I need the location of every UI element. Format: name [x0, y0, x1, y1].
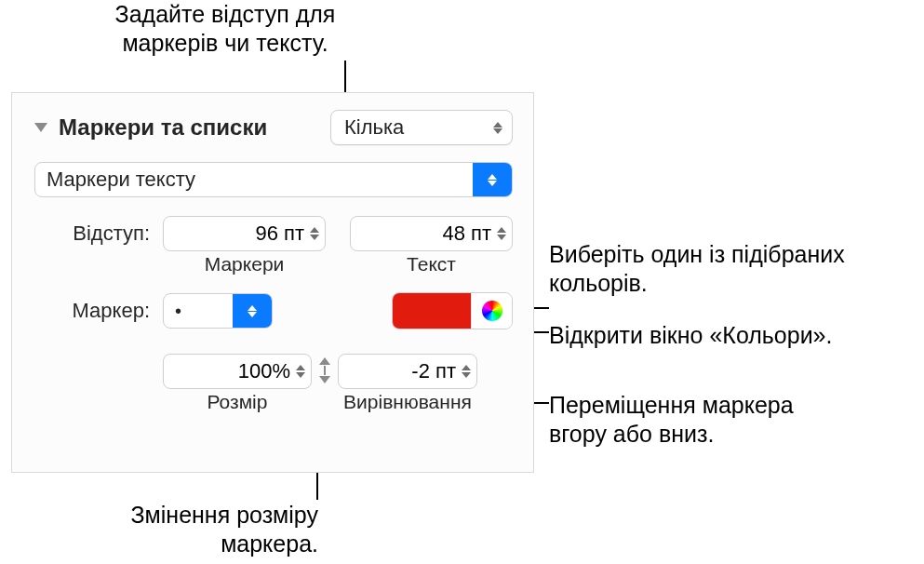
disclosure-triangle-icon[interactable] — [34, 123, 47, 132]
bullet-symbol-popup[interactable]: • — [163, 293, 273, 329]
color-wheel-icon — [482, 301, 502, 321]
indent-label: Відступ: — [34, 216, 163, 246]
align-stepper[interactable] — [338, 354, 477, 389]
list-style-value: Кілька — [344, 115, 404, 140]
section-title: Маркери та списки — [59, 114, 267, 141]
bullet-indent-stepper[interactable] — [163, 216, 326, 251]
text-indent-sublabel: Текст — [407, 253, 456, 275]
size-sublabel: Розмір — [208, 391, 268, 413]
bullet-indent-sublabel: Маркери — [205, 253, 285, 275]
chevrons-icon — [493, 122, 502, 134]
align-input[interactable] — [348, 358, 458, 384]
align-sublabel: Вирівнювання — [343, 391, 472, 413]
chevrons-icon — [473, 163, 512, 196]
bullet-type-value: Маркери тексту — [47, 168, 195, 192]
list-style-popup[interactable]: Кілька — [330, 110, 513, 145]
stepper-arrows-icon[interactable] — [296, 365, 305, 378]
size-input[interactable] — [173, 358, 292, 384]
color-picker-button[interactable] — [471, 293, 512, 329]
callout-open-colors: Відкрити вікно «Кольори». — [549, 321, 832, 350]
chevrons-icon — [233, 294, 272, 328]
bullets-lists-panel: Маркери та списки Кілька Маркери тексту … — [11, 92, 534, 473]
callout-indent-text: Задайте відступ для маркерів чи тексту. — [76, 0, 374, 59]
callout-resize-bullet: Змінення розміру маркера. — [76, 501, 318, 559]
color-swatch[interactable] — [393, 293, 471, 329]
bullet-type-popup[interactable]: Маркери тексту — [34, 162, 513, 197]
stepper-arrows-icon[interactable] — [310, 227, 319, 240]
stepper-arrows-icon[interactable] — [462, 365, 471, 378]
text-indent-input[interactable] — [360, 221, 493, 247]
vertical-resize-icon — [319, 354, 330, 383]
bullet-color-well — [392, 292, 513, 329]
bullet-indent-input[interactable] — [173, 221, 306, 247]
bullet-label: Маркер: — [34, 299, 163, 323]
text-indent-stepper[interactable] — [350, 216, 513, 251]
callout-pick-color: Виберіть один із підібраних кольорів. — [549, 240, 924, 299]
callout-move-bullet: Переміщення маркера вгору або вниз. — [549, 391, 856, 450]
stepper-arrows-icon[interactable] — [497, 227, 506, 240]
bullet-symbol-value: • — [175, 301, 181, 322]
size-stepper[interactable] — [163, 354, 312, 389]
